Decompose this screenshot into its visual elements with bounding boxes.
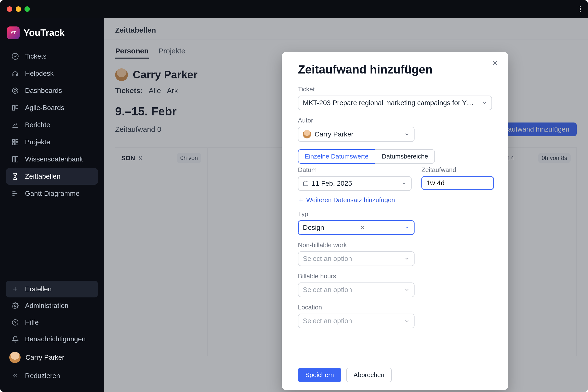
mode-range-button[interactable]: Datumsbereiche: [375, 149, 435, 164]
grid-icon: [11, 138, 19, 146]
create-label: Erstellen: [25, 285, 52, 293]
bell-icon: [11, 335, 19, 343]
chevron-down-icon: [404, 225, 410, 230]
main-content: Zeittabellen Personen Projekte Carry Par…: [104, 18, 588, 392]
nav-label: Dashboards: [25, 87, 62, 94]
hourglass-icon: [11, 172, 19, 180]
nav-label: Berichte: [25, 121, 50, 129]
nav-notifications[interactable]: Benachrichtigungen: [6, 331, 98, 348]
kebab-menu-icon[interactable]: [580, 6, 581, 12]
svg-point-1: [12, 88, 18, 94]
add-time-modal: Zeitaufwand hinzufügen Ticket MKT-203 Pr…: [282, 52, 508, 390]
select-placeholder: Select an option: [303, 317, 352, 325]
chevrons-left-icon: [11, 372, 19, 380]
svg-point-0: [12, 54, 18, 60]
billable-label: Billable hours: [298, 272, 492, 280]
user-name: Carry Parker: [26, 354, 64, 362]
check-circle-icon: [11, 52, 19, 60]
type-select[interactable]: Design: [298, 220, 414, 235]
nav-label: Agile-Boards: [25, 104, 64, 112]
svg-rect-11: [304, 182, 308, 186]
nav-label: Projekte: [25, 138, 50, 146]
help-label: Hilfe: [25, 318, 39, 326]
modal-title: Zeitaufwand hinzufügen: [298, 63, 492, 76]
current-user[interactable]: Carry Parker: [6, 348, 98, 368]
location-select[interactable]: Select an option: [298, 314, 414, 328]
svg-rect-7: [12, 143, 15, 145]
author-value: Carry Parker: [314, 130, 354, 138]
plus-icon: [11, 285, 19, 293]
avatar-icon: [303, 130, 311, 138]
window-zoom-dot[interactable]: [24, 6, 30, 12]
nav-label: Zeittabellen: [25, 172, 60, 180]
svg-point-9: [14, 305, 16, 307]
help-icon: [11, 318, 19, 326]
close-icon[interactable]: [492, 59, 499, 67]
nav-reports[interactable]: Berichte: [6, 116, 98, 133]
date-picker[interactable]: 11 Feb. 2025: [298, 176, 412, 191]
svg-rect-5: [12, 140, 15, 142]
window-close-dot[interactable]: [7, 6, 12, 12]
sidebar: YT YouTrack Tickets Helpdesk Dashboards: [0, 18, 104, 392]
ticket-label: Ticket: [298, 86, 492, 93]
window-minimize-dot[interactable]: [16, 6, 21, 12]
add-more-dates-button[interactable]: Weiteren Datensatz hinzufügen: [298, 196, 492, 204]
create-button[interactable]: Erstellen: [6, 281, 98, 298]
clear-icon[interactable]: [360, 225, 365, 230]
add-more-label: Weiteren Datensatz hinzufügen: [306, 196, 395, 204]
nonbillable-label: Non-billable work: [298, 241, 492, 249]
cancel-button[interactable]: Abbrechen: [346, 368, 392, 382]
mode-single-button[interactable]: Einzelne Datumswerte: [298, 149, 375, 164]
select-placeholder: Select an option: [303, 286, 352, 294]
nav-gantt[interactable]: Gantt-Diagramme: [6, 185, 98, 202]
nav-label: Gantt-Diagramme: [25, 190, 80, 198]
avatar-icon: [9, 352, 20, 363]
nonbillable-select[interactable]: Select an option: [298, 251, 414, 266]
time-spent-input[interactable]: 1w 4d: [422, 176, 494, 190]
ticket-select[interactable]: MKT-203 Prepare regional marketing campa…: [298, 96, 492, 110]
scroll-fade: [282, 344, 508, 362]
book-icon: [11, 155, 19, 163]
date-label: Datum: [298, 166, 412, 174]
chart-icon: [11, 121, 19, 129]
save-button[interactable]: Speichern: [298, 368, 341, 382]
nav-tickets[interactable]: Tickets: [6, 48, 98, 65]
chevron-down-icon: [482, 100, 487, 106]
primary-nav: Tickets Helpdesk Dashboards Agile-Boards…: [6, 48, 98, 202]
board-icon: [11, 104, 19, 112]
nav-label: Helpdesk: [25, 70, 54, 78]
ticket-value: MKT-203 Prepare regional marketing campa…: [303, 99, 474, 107]
admin-label: Administration: [25, 302, 68, 310]
title-bar: [0, 0, 588, 18]
nav-timesheets[interactable]: Zeittabellen: [6, 168, 98, 185]
nav-label: Wissensdatenbank: [25, 155, 83, 163]
modal-footer: Speichern Abbrechen: [282, 362, 508, 390]
nav-knowledge-base[interactable]: Wissensdatenbank: [6, 151, 98, 168]
nav-help[interactable]: Hilfe: [6, 314, 98, 331]
collapse-label: Reduzieren: [25, 372, 60, 380]
nav-agile-boards[interactable]: Agile-Boards: [6, 100, 98, 116]
calendar-icon: [303, 180, 309, 186]
type-label: Typ: [298, 210, 492, 218]
plus-icon: [298, 197, 304, 203]
svg-rect-6: [16, 140, 18, 142]
nav-administration[interactable]: Administration: [6, 298, 98, 314]
nav-label: Tickets: [25, 52, 46, 60]
author-select[interactable]: Carry Parker: [298, 127, 414, 142]
gear-icon: [11, 302, 19, 310]
chevron-down-icon: [404, 256, 410, 262]
nav-dashboards[interactable]: Dashboards: [6, 82, 98, 99]
notifications-label: Benachrichtigungen: [25, 335, 86, 343]
svg-rect-4: [16, 105, 18, 108]
select-placeholder: Select an option: [303, 255, 352, 263]
time-spent-label: Zeitaufwand: [422, 166, 494, 174]
svg-point-2: [14, 90, 16, 92]
nav-helpdesk[interactable]: Helpdesk: [6, 65, 98, 82]
nav-projects[interactable]: Projekte: [6, 134, 98, 150]
billable-select[interactable]: Select an option: [298, 282, 414, 297]
brand: YT YouTrack: [6, 24, 98, 48]
app-window: YT YouTrack Tickets Helpdesk Dashboards: [0, 0, 588, 392]
collapse-sidebar[interactable]: Reduzieren: [6, 368, 98, 384]
brand-logo-icon: YT: [7, 26, 20, 39]
location-label: Location: [298, 304, 492, 311]
